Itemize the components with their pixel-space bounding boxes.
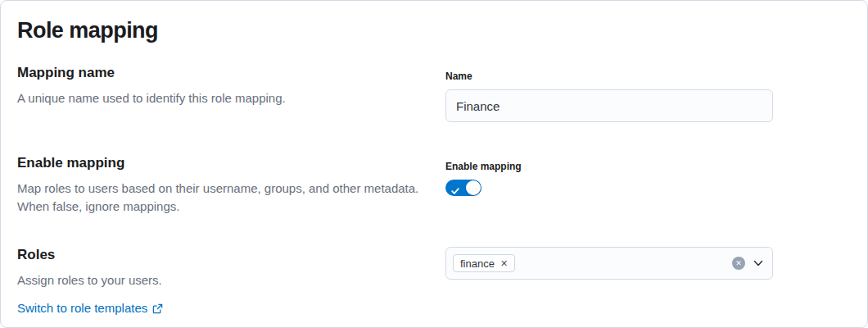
toggle-knob (466, 180, 481, 195)
roles-heading: Roles (17, 245, 431, 265)
roles-text: Roles Assign roles to your users. Switch… (17, 245, 431, 317)
chevron-down-icon[interactable] (753, 257, 764, 269)
name-field-label: Name (445, 70, 773, 83)
enable-mapping-toggle[interactable] (445, 180, 481, 196)
switch-to-role-templates: Switch to role templates (17, 299, 431, 317)
section-enable-mapping: Enable mapping Map roles to users based … (17, 153, 851, 216)
name-input[interactable] (445, 89, 773, 122)
combobox-actions: ✕ (732, 257, 764, 270)
clear-icon: ✕ (735, 260, 742, 267)
section-mapping-name: Mapping name A unique name used to ident… (17, 63, 851, 122)
enable-mapping-field-group: Enable mapping (445, 153, 773, 196)
section-roles: Roles Assign roles to your users. Switch… (17, 245, 851, 317)
remove-role-icon[interactable]: ✕ (500, 259, 508, 268)
mapping-name-text: Mapping name A unique name used to ident… (17, 63, 431, 107)
popout-icon (151, 303, 164, 315)
roles-description: Assign roles to your users. (17, 271, 431, 289)
enable-mapping-heading: Enable mapping (17, 153, 431, 173)
roles-combobox[interactable]: finance ✕ ✕ (445, 247, 773, 280)
roles-field-group: finance ✕ ✕ (445, 245, 773, 280)
role-pill-finance: finance ✕ (453, 254, 515, 272)
switch-to-role-templates-label: Switch to role templates (17, 299, 147, 317)
switch-to-role-templates-link[interactable]: Switch to role templates (17, 299, 164, 317)
role-mapping-panel: Role mapping Mapping name A unique name … (0, 0, 868, 328)
enable-mapping-text: Enable mapping Map roles to users based … (17, 153, 431, 216)
enable-mapping-description: Map roles to users based on their userna… (17, 180, 431, 216)
mapping-name-field-group: Name (445, 63, 773, 122)
enable-mapping-toggle-label: Enable mapping (445, 160, 773, 173)
page-title: Role mapping (17, 17, 851, 43)
mapping-name-heading: Mapping name (17, 63, 431, 83)
mapping-name-description: A unique name used to identify this role… (17, 89, 431, 107)
check-icon (451, 184, 459, 198)
role-pill-label: finance (460, 257, 495, 270)
clear-selection-button[interactable]: ✕ (732, 257, 745, 270)
